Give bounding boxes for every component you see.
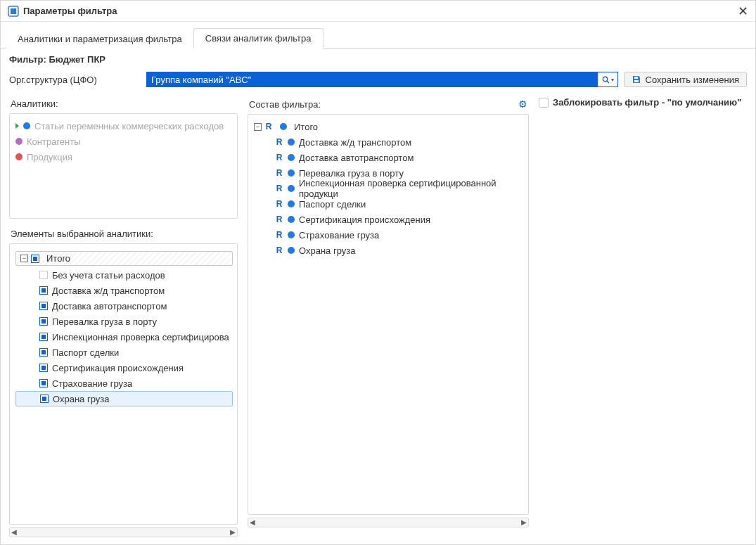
checkbox-icon[interactable] (31, 255, 39, 263)
scroll-right-icon[interactable]: ▶ (520, 519, 528, 526)
gear-icon[interactable]: ⚙ (518, 98, 527, 110)
elements-item-label: Сертификация происхождения (52, 363, 184, 373)
r-badge-icon: R (275, 230, 283, 240)
svg-rect-4 (634, 77, 638, 79)
svg-rect-1 (11, 8, 16, 14)
tab-analytics[interactable]: Аналитики и параметризация фильтра (6, 30, 193, 49)
svg-point-2 (603, 77, 607, 81)
sostav-item[interactable]: RИнспекционная проверка сертифицированно… (254, 181, 524, 196)
save-button[interactable]: Сохранить изменения (624, 72, 748, 87)
sostav-tree: − R Итого RДоставка ж/д транспортомRДост… (248, 114, 529, 515)
scroll-right-icon[interactable]: ▶ (229, 529, 237, 536)
elements-item-label: Перевалка груза в порту (52, 316, 157, 327)
checkbox-icon[interactable] (39, 302, 48, 310)
elements-tree: − Итого Без учета статьи расходовДоставк… (9, 243, 238, 525)
dot-icon (288, 185, 295, 192)
elements-item-label: Доставка автотранспортом (52, 301, 167, 312)
dot-icon (288, 200, 295, 207)
elements-total-row[interactable]: − Итого (15, 251, 233, 266)
elements-item-label: Без учета статьи расходов (52, 270, 165, 281)
r-badge-icon: R (275, 137, 283, 147)
checkbox-icon[interactable] (39, 379, 48, 387)
checkbox-icon[interactable] (39, 271, 48, 279)
elements-item-label: Инспекционная проверка сертифицирова (52, 332, 229, 342)
app-icon (8, 6, 19, 17)
orgstruct-value: Группа компаний "ABC" (147, 72, 598, 86)
r-badge-icon: R (275, 184, 283, 193)
checkbox-icon[interactable] (39, 286, 48, 295)
sostav-panel-title: Состав фильтра: (249, 99, 321, 110)
dot-icon (288, 139, 295, 146)
sostav-item[interactable]: RОхрана груза (254, 243, 524, 258)
collapse-icon[interactable]: − (254, 123, 262, 131)
elements-item-label: Охрана груза (53, 394, 109, 404)
dot-icon (288, 169, 295, 177)
dot-icon (288, 216, 295, 223)
sostav-item-label: Охрана груза (299, 245, 355, 256)
r-badge-icon: R (275, 153, 283, 162)
analytics-item[interactable]: Статьи переменных коммерческих расходов (15, 118, 233, 134)
scroll-left-icon[interactable]: ◀ (248, 519, 257, 526)
checkbox-icon[interactable] (40, 395, 49, 403)
analytics-list: Статьи переменных коммерческих расходов … (9, 113, 238, 219)
checkbox-icon[interactable] (39, 317, 48, 326)
sostav-item[interactable]: RДоставка ж/д транспортом (254, 134, 524, 150)
dot-icon (15, 153, 23, 160)
sostav-item-label: Перевалка груза в порту (299, 168, 404, 179)
sostav-item-label: Страхование груза (299, 230, 379, 241)
r-badge-icon: R (275, 245, 283, 255)
dot-icon (288, 247, 295, 254)
elements-item[interactable]: Без учета статьи расходов (15, 267, 233, 283)
analytics-item[interactable]: Контрагенты (15, 134, 233, 149)
filter-label: Фильтр: Бюджет ПКР (1, 49, 755, 72)
checkbox-icon[interactable] (39, 364, 48, 372)
sostav-root-row[interactable]: − R Итого (254, 119, 524, 134)
elements-item[interactable]: Доставка автотранспортом (15, 298, 233, 314)
dot-icon (15, 138, 23, 145)
elements-total-label: Итого (46, 253, 70, 264)
arrow-icon (15, 123, 19, 129)
sostav-item-label: Паспорт сделки (299, 199, 366, 210)
dot-icon (280, 123, 287, 130)
sostav-item-label: Сертификация происхождения (299, 214, 430, 225)
elements-item[interactable]: Охрана груза (15, 391, 233, 406)
elements-item[interactable]: Доставка ж/д транспортом (15, 283, 233, 298)
dot-icon (288, 154, 295, 161)
sostav-root-label: Итого (294, 122, 318, 132)
checkbox-icon[interactable] (39, 333, 48, 341)
dot-icon (288, 231, 295, 238)
collapse-icon[interactable]: − (20, 255, 28, 262)
sostav-item[interactable]: RСертификация происхождения (254, 212, 524, 227)
sostav-item-label: Инспекционная проверка сертифицированной… (299, 178, 524, 199)
svg-line-3 (607, 81, 609, 83)
orgstruct-search-button[interactable]: ▾ (598, 72, 617, 86)
analytics-item-label: Контрагенты (27, 136, 81, 147)
svg-rect-5 (634, 80, 639, 82)
elements-item[interactable]: Страхование груза (15, 376, 233, 391)
lock-filter-checkbox[interactable] (539, 98, 549, 108)
elements-item[interactable]: Сертификация происхождения (15, 360, 233, 376)
sostav-hscroll[interactable]: ◀ ▶ (248, 518, 529, 527)
analytics-item[interactable]: Продукция (15, 149, 233, 165)
r-badge-icon: R (275, 214, 283, 224)
checkbox-icon[interactable] (39, 348, 48, 357)
orgstruct-label: Орг.структура (ЦФО) (9, 75, 146, 85)
orgstruct-select[interactable]: Группа компаний "ABC" ▾ (146, 72, 618, 87)
elements-panel-title: Элементы выбранной аналитики: (9, 226, 238, 243)
r-badge-icon: R (275, 168, 283, 178)
sostav-item[interactable]: RСтрахование груза (254, 227, 524, 243)
elements-hscroll[interactable]: ◀ ▶ (9, 527, 238, 537)
sostav-item-label: Доставка автотранспортом (299, 153, 414, 163)
lock-filter-label: Заблокировать фильтр - "по умолчанию" (553, 97, 741, 108)
elements-item[interactable]: Перевалка груза в порту (15, 314, 233, 329)
close-button[interactable]: ✕ (738, 5, 748, 18)
tab-links[interactable]: Связи аналитик фильтра (193, 28, 323, 49)
elements-item[interactable]: Инспекционная проверка сертифицирова (15, 329, 233, 345)
scroll-left-icon[interactable]: ◀ (10, 529, 18, 536)
elements-item-label: Доставка ж/д транспортом (52, 286, 165, 296)
elements-item[interactable]: Паспорт сделки (15, 345, 233, 360)
tabbar: Аналитики и параметризация фильтра Связи… (1, 22, 755, 49)
sostav-item[interactable]: RДоставка автотранспортом (254, 150, 524, 165)
save-icon (632, 75, 641, 84)
window-title: Параметры фильтра (23, 6, 738, 16)
